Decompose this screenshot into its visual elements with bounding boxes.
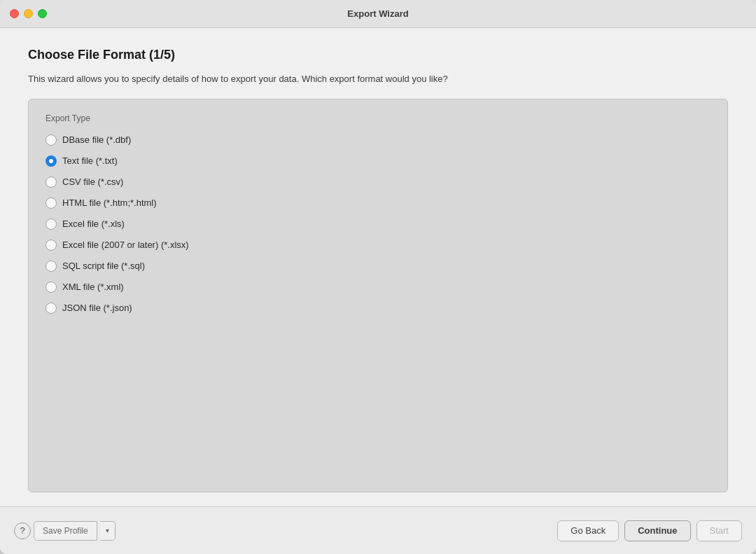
radio-item-csv[interactable]: CSV file (*.csv): [46, 176, 710, 188]
main-content: Choose File Format (1/5) This wizard all…: [0, 28, 756, 506]
footer: ? Save Profile ▾ Go Back Continue Start: [0, 506, 756, 554]
radio-circle-html: [46, 198, 57, 209]
export-panel: Export Type DBase file (*.dbf)Text file …: [28, 99, 728, 493]
window-title: Export Wizard: [347, 8, 408, 19]
radio-circle-sql: [46, 261, 57, 272]
radio-label-dbf: DBase file (*.dbf): [62, 134, 131, 145]
radio-item-xlsx[interactable]: Excel file (2007 or later) (*.xlsx): [46, 240, 710, 251]
radio-item-dbf[interactable]: DBase file (*.dbf): [46, 134, 710, 146]
radio-label-sql: SQL script file (*.sql): [62, 261, 145, 271]
radio-label-xlsx: Excel file (2007 or later) (*.xlsx): [62, 240, 189, 250]
radio-label-xml: XML file (*.xml): [62, 282, 124, 292]
page-description: This wizard allows you to specify detail…: [28, 72, 728, 86]
radio-label-xls: Excel file (*.xls): [62, 219, 125, 229]
help-button[interactable]: ?: [14, 522, 31, 539]
window: Export Wizard Choose File Format (1/5) T…: [0, 0, 756, 554]
radio-item-sql[interactable]: SQL script file (*.sql): [46, 261, 710, 272]
radio-label-json: JSON file (*.json): [62, 303, 132, 313]
export-options-list: DBase file (*.dbf)Text file (*.txt)CSV f…: [46, 134, 710, 314]
minimize-button[interactable]: [24, 9, 33, 18]
start-button[interactable]: Start: [696, 520, 742, 541]
go-back-button[interactable]: Go Back: [557, 520, 619, 541]
radio-circle-xls: [46, 219, 57, 230]
save-profile-button[interactable]: Save Profile: [34, 521, 97, 541]
radio-item-txt[interactable]: Text file (*.txt): [46, 155, 710, 167]
radio-label-txt: Text file (*.txt): [62, 155, 118, 166]
traffic-lights: [10, 9, 47, 18]
maximize-button[interactable]: [38, 9, 47, 18]
save-profile-dropdown-button[interactable]: ▾: [100, 521, 115, 541]
footer-right: Go Back Continue Start: [557, 520, 742, 541]
radio-circle-json: [46, 303, 57, 314]
page-title: Choose File Format (1/5): [28, 48, 728, 62]
radio-label-csv: CSV file (*.csv): [62, 176, 123, 187]
close-button[interactable]: [10, 9, 19, 18]
radio-circle-xlsx: [46, 240, 57, 251]
radio-circle-dbf: [46, 134, 57, 146]
radio-label-html: HTML file (*.htm;*.html): [62, 198, 157, 208]
radio-item-json[interactable]: JSON file (*.json): [46, 303, 710, 314]
footer-left: ? Save Profile ▾: [14, 521, 115, 541]
export-panel-label: Export Type: [46, 113, 710, 123]
radio-circle-xml: [46, 282, 57, 293]
continue-button[interactable]: Continue: [624, 520, 690, 541]
radio-circle-csv: [46, 176, 57, 188]
radio-item-xml[interactable]: XML file (*.xml): [46, 282, 710, 293]
radio-circle-txt: [46, 155, 57, 167]
radio-item-xls[interactable]: Excel file (*.xls): [46, 219, 710, 230]
titlebar: Export Wizard: [0, 0, 756, 28]
radio-item-html[interactable]: HTML file (*.htm;*.html): [46, 198, 710, 209]
